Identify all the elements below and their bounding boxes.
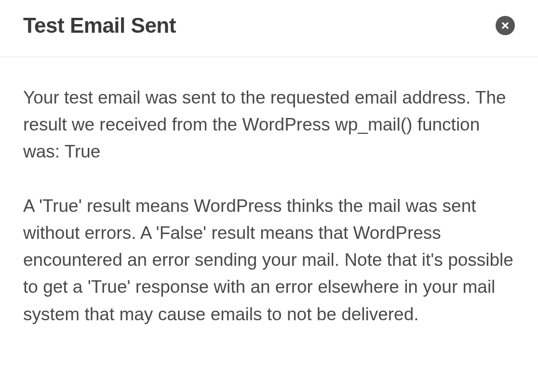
- dialog-body: Your test email was sent to the requeste…: [0, 57, 538, 328]
- dialog-header: Test Email Sent: [0, 0, 538, 57]
- dialog-container: Test Email Sent Your test email was sent…: [0, 0, 538, 392]
- result-paragraph: Your test email was sent to the requeste…: [23, 84, 515, 166]
- explanation-paragraph: A 'True' result means WordPress thinks t…: [23, 193, 515, 328]
- close-icon: [500, 21, 510, 30]
- close-button[interactable]: [496, 16, 515, 35]
- dialog-title: Test Email Sent: [23, 13, 176, 38]
